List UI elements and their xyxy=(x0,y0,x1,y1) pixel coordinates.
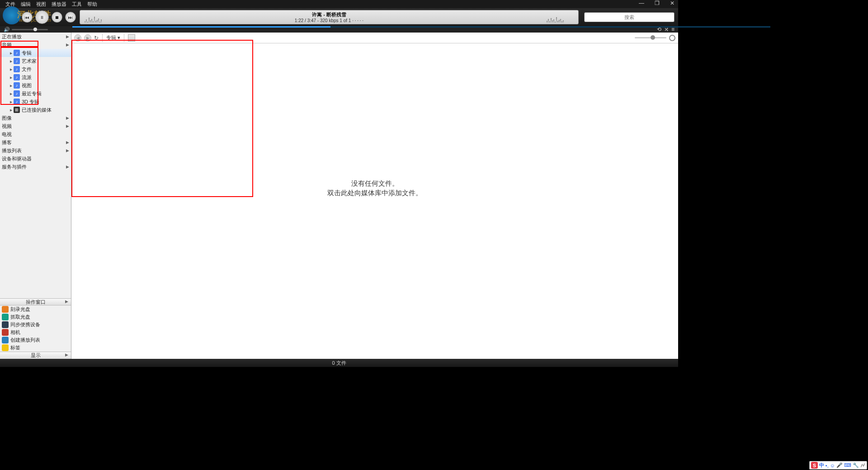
burn-icon xyxy=(2,306,9,313)
sync-icon xyxy=(2,321,9,328)
sidebar: 正在播放▶ 音频▶ 专辑 艺术家 文件 流派 视图 最近专辑 3D 专辑 ⊞已连… xyxy=(0,33,71,359)
empty-library-message: 没有任何文件。 双击此处向媒体库中添加文件。 xyxy=(327,179,422,197)
sidebar-item-files[interactable]: 文件 xyxy=(0,65,71,73)
thumbnail-size-slider[interactable] xyxy=(635,37,666,38)
menu-bar: 文件 编辑 视图 播放器 工具 帮助 — ❐ ✕ xyxy=(0,0,678,8)
device-icon: ⊞ xyxy=(14,107,20,113)
window-maximize-button[interactable]: ❐ xyxy=(653,0,661,6)
volume-slider[interactable] xyxy=(12,29,48,30)
sidebar-item-genre[interactable]: 流派 xyxy=(0,73,71,81)
waveform-left-icon xyxy=(85,15,112,23)
music-icon xyxy=(14,50,20,56)
op-burn-disc[interactable]: 刻录光盘 xyxy=(0,306,71,313)
prev-track-button[interactable]: ⏮ xyxy=(22,12,33,23)
music-icon xyxy=(14,82,20,89)
play-pause-button[interactable]: ⏸ xyxy=(35,10,49,24)
playlist-icon xyxy=(2,337,9,343)
status-text: 0 文件 xyxy=(332,360,346,367)
sidebar-item-artist[interactable]: 艺术家 xyxy=(0,57,71,65)
sidebar-item-now-playing[interactable]: 正在播放▶ xyxy=(0,33,71,41)
window-minimize-button[interactable]: — xyxy=(637,0,646,6)
annotation-highlight-main xyxy=(71,40,253,197)
sidebar-item-playlist[interactable]: 播放列表▶ xyxy=(0,146,71,155)
sidebar-item-recent-album[interactable]: 最近专辑 xyxy=(0,89,71,98)
sidebar-item-album[interactable]: 专辑 xyxy=(0,49,71,57)
content-area[interactable]: 没有任何文件。 双击此处向媒体库中添加文件。 xyxy=(71,43,678,359)
player-bar: 河北软件 www.pc059.cn ⏮ ⏸ ⏹ ⏭ 许嵩 - 断桥残雪 1:22… xyxy=(0,8,678,26)
music-icon xyxy=(14,58,20,64)
sidebar-item-services[interactable]: 服务与插件▶ xyxy=(0,163,71,171)
show-panel-toggle[interactable]: 显示▶ xyxy=(0,352,71,359)
sidebar-item-view[interactable]: 视图 xyxy=(0,81,71,89)
sidebar-item-devices[interactable]: 设备和驱动器 xyxy=(0,155,71,163)
status-bar: 0 文件 xyxy=(0,359,678,367)
sidebar-item-tv[interactable]: 电视 xyxy=(0,130,71,138)
op-camera[interactable]: 相机 xyxy=(0,329,71,336)
playback-progress[interactable] xyxy=(72,26,678,28)
fullscreen-button[interactable] xyxy=(669,35,675,41)
op-create-playlist[interactable]: 创建播放列表 xyxy=(0,336,71,344)
menu-edit[interactable]: 编辑 xyxy=(18,1,33,8)
operations-panel-title[interactable]: 操作窗口▶ xyxy=(0,298,71,306)
music-icon xyxy=(14,74,20,80)
operations-list: 刻录光盘 抓取光盘 同步便携设备 相机 创建播放列表 标签 xyxy=(0,306,71,352)
waveform-right-icon xyxy=(547,15,574,23)
music-icon xyxy=(14,90,20,97)
track-display[interactable]: 许嵩 - 断桥残雪 1:22 / 3:47 - 320 kbps 1 of 1 … xyxy=(80,10,579,24)
menu-help[interactable]: 帮助 xyxy=(85,1,100,8)
group-by-dropdown[interactable]: 专辑 ▾ xyxy=(106,34,120,41)
sidebar-item-connected-media[interactable]: ⊞已连接的媒体 xyxy=(0,106,71,114)
music-icon xyxy=(14,99,20,105)
camera-icon xyxy=(2,329,9,336)
menu-file[interactable]: 文件 xyxy=(3,1,18,8)
menu-player[interactable]: 播放器 xyxy=(49,1,69,8)
rip-icon xyxy=(2,314,9,320)
op-sync-device[interactable]: 同步便携设备 xyxy=(0,321,71,329)
op-rip-disc[interactable]: 抓取光盘 xyxy=(0,313,71,321)
track-meta: 1:22 / 3:47 - 320 kbps 1 of 1 · · · · · xyxy=(295,18,363,23)
window-close-button[interactable]: ✕ xyxy=(668,0,676,6)
main-panel: ◀ ▶ ↻ 专辑 ▾ 没有任何文件。 双击此处向媒体库中添加文件。 xyxy=(71,33,678,359)
refresh-button[interactable]: ↻ xyxy=(94,35,99,41)
nav-back-button[interactable]: ◀ xyxy=(74,34,81,42)
next-track-button[interactable]: ⏭ xyxy=(65,12,76,23)
search-box[interactable] xyxy=(584,12,675,22)
track-title: 许嵩 - 断桥残雪 xyxy=(312,11,346,18)
sidebar-item-3d-album[interactable]: 3D 专辑 xyxy=(0,98,71,106)
search-input[interactable] xyxy=(589,14,670,20)
music-icon xyxy=(14,66,20,72)
sidebar-item-video[interactable]: 视频▶ xyxy=(0,122,71,130)
menu-tools[interactable]: 工具 xyxy=(69,1,85,8)
sidebar-item-audio[interactable]: 音频▶ xyxy=(0,41,71,49)
sidebar-item-podcast[interactable]: 播客▶ xyxy=(0,138,71,146)
menu-view[interactable]: 视图 xyxy=(33,1,49,8)
nav-forward-button[interactable]: ▶ xyxy=(84,34,91,42)
content-toolbar: ◀ ▶ ↻ 专辑 ▾ xyxy=(71,33,678,43)
sidebar-item-image[interactable]: 图像▶ xyxy=(0,114,71,122)
library-tree: 正在播放▶ 音频▶ 专辑 艺术家 文件 流派 视图 最近专辑 3D 专辑 ⊞已连… xyxy=(0,33,71,298)
view-mode-button[interactable] xyxy=(128,34,135,42)
tag-icon xyxy=(2,344,9,351)
volume-icon[interactable]: 🔊 xyxy=(4,27,10,33)
op-tags[interactable]: 标签 xyxy=(0,344,71,352)
stop-button[interactable]: ⏹ xyxy=(52,12,62,23)
